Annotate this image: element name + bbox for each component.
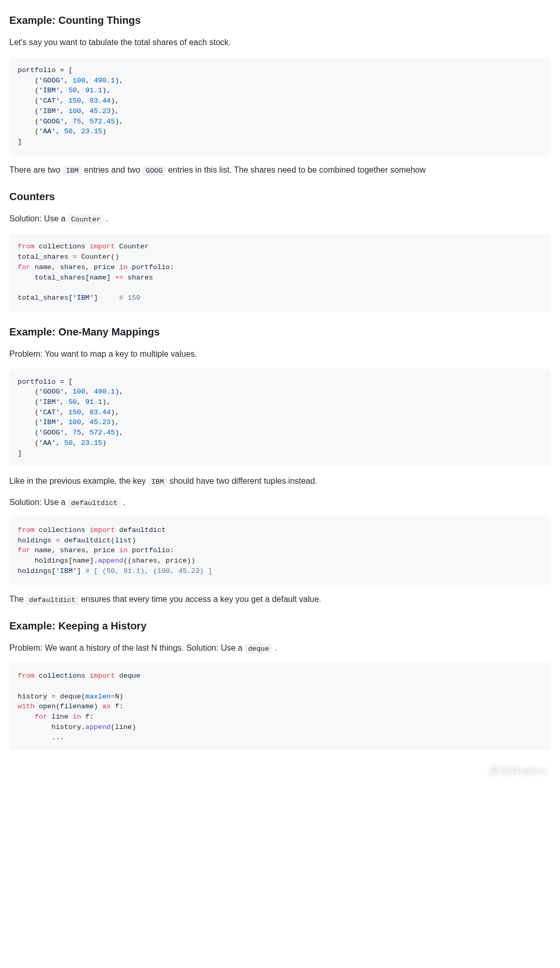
watermark-text: 菜鸟学Python bbox=[488, 764, 545, 778]
code-portfolio-2: portfolio = [ ('GOOG', 100, 490.1), ('IB… bbox=[9, 369, 551, 467]
code-counter: from collections import Counter total_sh… bbox=[9, 233, 551, 311]
para-counting-after: There are two IBM entries and two GOOG e… bbox=[9, 164, 551, 176]
heading-history: Example: Keeping a History bbox=[9, 618, 551, 634]
heading-counting: Example: Counting Things bbox=[9, 12, 551, 28]
heading-onemany: Example: One-Many Mappings bbox=[9, 324, 551, 340]
para-onemany-intro: Problem: You want to map a key to multip… bbox=[9, 348, 551, 360]
code-inline-goog: GOOG bbox=[143, 166, 166, 176]
para-onemany-after2: The defaultdict ensures that every time … bbox=[9, 593, 551, 606]
code-inline-ibm-2: IBM bbox=[148, 477, 167, 487]
code-inline-deque: deque bbox=[245, 644, 272, 654]
code-defaultdict: from collections import defaultdict hold… bbox=[9, 517, 551, 585]
para-counters-intro: Solution: Use a Counter . bbox=[9, 213, 551, 225]
para-onemany-after: Like in the previous example, the key IB… bbox=[9, 475, 551, 487]
code-inline-defaultdict: defaultdict bbox=[68, 498, 121, 508]
svg-point-4 bbox=[478, 769, 479, 770]
wechat-icon bbox=[469, 761, 484, 781]
svg-point-0 bbox=[471, 764, 479, 771]
code-deque: from collections import deque history = … bbox=[9, 663, 551, 751]
svg-point-1 bbox=[476, 767, 483, 774]
svg-point-3 bbox=[475, 766, 477, 767]
watermark: 菜鸟学Python bbox=[469, 761, 545, 781]
para-counting-intro: Let's say you want to tabulate the total… bbox=[9, 36, 551, 49]
svg-point-5 bbox=[480, 769, 481, 770]
para-onemany-sol: Solution: Use a defaultdict . bbox=[9, 496, 551, 509]
code-portfolio-1: portfolio = [ ('GOOG', 100, 490.1), ('IB… bbox=[9, 57, 551, 156]
heading-counters: Counters bbox=[9, 189, 551, 204]
code-inline-counter: Counter bbox=[68, 215, 104, 225]
code-inline-defaultdict-2: defaultdict bbox=[26, 595, 79, 605]
code-inline-ibm: IBM bbox=[63, 166, 81, 176]
para-history-intro: Problem: We want a history of the last N… bbox=[9, 642, 551, 654]
svg-point-2 bbox=[473, 766, 474, 767]
